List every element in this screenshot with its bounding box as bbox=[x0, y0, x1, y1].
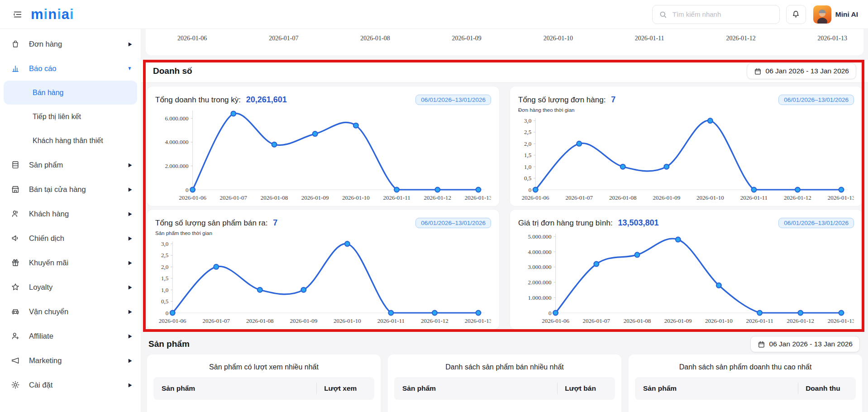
gear-icon bbox=[11, 380, 22, 389]
line-chart-area: 00,51,01,52,02,53,02026-01-062026-01-072… bbox=[155, 238, 491, 326]
previous-chart-axis-card: 2026-01-062026-01-072026-01-082026-01-09… bbox=[146, 29, 863, 55]
sidebar-item[interactable]: Khách hàng▶ bbox=[0, 201, 141, 226]
sidebar-subitem[interactable]: Tiếp thị liên kết bbox=[4, 105, 137, 129]
gift-icon bbox=[11, 258, 22, 267]
app-logo: miniai bbox=[31, 6, 74, 23]
svg-text:3.000.000: 3.000.000 bbox=[528, 263, 552, 270]
chevron-right-icon: ▶ bbox=[129, 309, 132, 315]
x-axis-label: 2026-01-10 bbox=[544, 35, 573, 55]
svg-text:1,5: 1,5 bbox=[161, 275, 168, 282]
sidebar-item[interactable]: Đơn hàng▶ bbox=[0, 32, 141, 56]
metric-column-header: Lượt bán bbox=[558, 384, 615, 393]
x-axis-label: 2026-01-08 bbox=[360, 35, 390, 55]
line-chart: 00,51,01,52,02,53,02026-01-062026-01-072… bbox=[518, 115, 854, 203]
chevron-right-icon: ▶ bbox=[129, 333, 132, 339]
main-content: 2026-01-062026-01-072026-01-082026-01-09… bbox=[141, 29, 868, 412]
sidebar-item[interactable]: Affiliate▶ bbox=[0, 324, 141, 348]
affiliate-icon bbox=[11, 331, 22, 340]
svg-text:2026-01-06: 2026-01-06 bbox=[179, 194, 206, 201]
svg-text:2026-01-10: 2026-01-10 bbox=[334, 317, 361, 324]
sidebar-subitem[interactable]: Khách hàng thân thiết bbox=[4, 129, 137, 153]
chevron-right-icon: ▶ bbox=[129, 382, 132, 388]
svg-text:2026-01-09: 2026-01-09 bbox=[664, 317, 692, 324]
report-icon bbox=[11, 64, 22, 73]
svg-text:2026-01-07: 2026-01-07 bbox=[202, 317, 230, 324]
chart-date-badge: 06/01/2026–13/01/2026 bbox=[415, 95, 491, 105]
calendar-icon bbox=[758, 340, 765, 348]
svg-text:2026-01-06: 2026-01-06 bbox=[522, 194, 549, 201]
svg-text:2026-01-11: 2026-01-11 bbox=[740, 194, 768, 201]
menu-fold-icon bbox=[13, 10, 23, 19]
campaign-icon bbox=[11, 234, 22, 243]
product-column-header: Sản phẩm bbox=[635, 384, 798, 393]
svg-text:2.000.000: 2.000.000 bbox=[528, 279, 552, 286]
sidebar-item[interactable]: Vận chuyển▶ bbox=[0, 299, 141, 324]
sidebar-item-label: Đơn hàng bbox=[29, 40, 62, 48]
user-name: Mini AI bbox=[835, 10, 858, 19]
svg-text:2026-01-10: 2026-01-10 bbox=[696, 194, 724, 201]
sidebar-item[interactable]: Bán tại cửa hàng▶ bbox=[0, 177, 141, 201]
sidebar-item[interactable]: Loyalty▶ bbox=[0, 275, 141, 299]
sidebar-subitem[interactable]: Bán hàng bbox=[4, 81, 137, 105]
svg-text:2026-01-13: 2026-01-13 bbox=[465, 194, 491, 201]
app-root: miniai Mini AI Đơn hàng▶Báo cáo▼Bán hàng… bbox=[0, 0, 868, 412]
sidebar-item-label: Marketing bbox=[29, 356, 62, 365]
products-section: Sản phẩm 06 Jan 2026 - 13 Jan 2026 Sản p… bbox=[146, 334, 863, 412]
chevron-right-icon: ▶ bbox=[129, 41, 132, 47]
sales-date-range-button[interactable]: 06 Jan 2026 - 13 Jan 2026 bbox=[747, 63, 856, 79]
chart-title: Tổng số lượng sản phẩm bán ra: 7 bbox=[155, 218, 277, 228]
svg-text:4.000.000: 4.000.000 bbox=[528, 249, 552, 255]
sidebar-item-label: Khuyến mãi bbox=[29, 259, 68, 267]
svg-text:3,0: 3,0 bbox=[524, 117, 531, 124]
products-tables-grid: Sản phẩm có lượt xem nhiều nhất Sản phẩm… bbox=[146, 355, 863, 412]
chart-card-header: Giá trị đơn hàng trung bình: 13,503,801 … bbox=[518, 215, 854, 230]
line-chart-area: 00,51,01,52,02,53,02026-01-062026-01-072… bbox=[518, 115, 854, 203]
avatar[interactable] bbox=[813, 5, 831, 24]
search-icon bbox=[659, 10, 667, 19]
products-date-range-label: 06 Jan 2026 - 13 Jan 2026 bbox=[769, 340, 853, 348]
svg-text:2026-01-07: 2026-01-07 bbox=[582, 317, 610, 324]
product-table-card: Danh sách sản phẩm doanh thu cao nhất Sả… bbox=[629, 355, 862, 412]
avatar-person-icon bbox=[813, 5, 831, 24]
line-chart: 02.000.0004.000.0006.000.0002026-01-0620… bbox=[155, 107, 491, 203]
calendar-icon bbox=[754, 67, 762, 75]
search-box bbox=[652, 5, 780, 24]
svg-text:0,5: 0,5 bbox=[524, 175, 531, 182]
svg-text:1,5: 1,5 bbox=[524, 152, 531, 158]
svg-text:2026-01-11: 2026-01-11 bbox=[377, 317, 405, 324]
sidebar-item[interactable]: Sản phẩm▶ bbox=[0, 153, 141, 177]
products-date-range-button[interactable]: 06 Jan 2026 - 13 Jan 2026 bbox=[750, 336, 860, 352]
svg-text:2026-01-08: 2026-01-08 bbox=[609, 194, 637, 201]
line-chart: 01.000.0002.000.0003.000.0004.000.0005.0… bbox=[518, 230, 854, 326]
product-column-header: Sản phẩm bbox=[153, 384, 316, 393]
svg-text:2026-01-09: 2026-01-09 bbox=[653, 194, 680, 201]
line-chart-area: 01.000.0002.000.0003.000.0004.000.0005.0… bbox=[518, 230, 854, 326]
search-input[interactable] bbox=[672, 10, 773, 19]
svg-text:2026-01-13: 2026-01-13 bbox=[828, 194, 854, 201]
sidebar-item[interactable]: Báo cáo▼ bbox=[0, 56, 141, 81]
svg-text:2026-01-06: 2026-01-06 bbox=[159, 317, 186, 324]
svg-text:2026-01-09: 2026-01-09 bbox=[290, 317, 317, 324]
store-icon bbox=[11, 185, 22, 194]
sidebar-item-label: Chiến dịch bbox=[29, 234, 64, 243]
megaphone-icon bbox=[11, 356, 22, 365]
sidebar-item[interactable]: Khuyến mãi▶ bbox=[0, 250, 141, 275]
sidebar-item-label: Sản phẩm bbox=[29, 161, 63, 169]
chevron-right-icon: ▶ bbox=[129, 235, 132, 241]
sidebar-item[interactable]: Marketing▶ bbox=[0, 348, 141, 373]
notifications-button[interactable] bbox=[786, 5, 806, 24]
sidebar-item-label: Vận chuyển bbox=[29, 307, 68, 316]
chart-date-badge: 06/01/2026–13/01/2026 bbox=[415, 218, 491, 228]
chevron-right-icon: ▶ bbox=[129, 260, 132, 266]
chevron-right-icon: ▶ bbox=[129, 187, 132, 192]
truck-icon bbox=[11, 307, 22, 316]
sidebar-item[interactable]: Cài đặt▶ bbox=[0, 373, 141, 397]
sales-section: Doanh số 06 Jan 2026 - 13 Jan 2026 Tổng … bbox=[146, 60, 863, 333]
x-axis-label: 2026-01-09 bbox=[452, 35, 481, 55]
svg-text:2026-01-07: 2026-01-07 bbox=[219, 194, 247, 201]
svg-text:2026-01-08: 2026-01-08 bbox=[261, 194, 288, 201]
sidebar-item[interactable]: Chiến dịch▶ bbox=[0, 226, 141, 250]
svg-text:2026-01-12: 2026-01-12 bbox=[424, 194, 451, 201]
sidebar-collapse-button[interactable] bbox=[10, 7, 25, 22]
svg-text:2026-01-07: 2026-01-07 bbox=[565, 194, 593, 201]
